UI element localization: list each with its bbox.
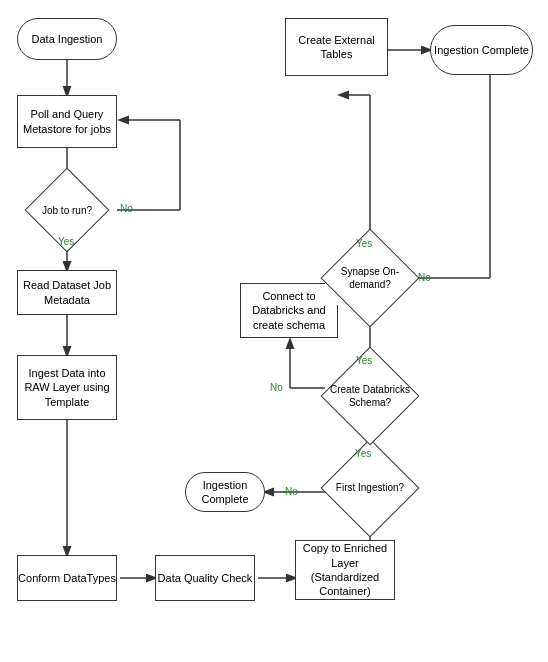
connect-databricks-node: Connect to Databricks and create schema: [240, 283, 338, 338]
db-yes-label: Yes: [356, 355, 372, 366]
create-databricks-node: Create Databricks Schema?: [325, 368, 415, 423]
ingestion-complete-top-node: Ingestion Complete: [430, 25, 533, 75]
synapse-no-label: No: [418, 272, 431, 283]
job-yes-label: Yes: [58, 236, 74, 247]
poll-query-node: Poll and Query Metastore for jobs: [17, 95, 117, 148]
first-ingestion-node: First Ingestion?: [325, 460, 415, 515]
read-dataset-node: Read Dataset Job Metadata: [17, 270, 117, 315]
ingestion-complete-mid-node: Ingestion Complete: [185, 472, 265, 512]
first-no-label: No: [285, 486, 298, 497]
copy-enriched-node: Copy to Enriched Layer (Standardized Con…: [295, 540, 395, 600]
db-no-label: No: [270, 382, 283, 393]
conform-datatypes-node: Conform DataTypes: [17, 555, 117, 601]
first-yes-label: Yes: [355, 448, 371, 459]
ingest-data-node: Ingest Data into RAW Layer using Templat…: [17, 355, 117, 420]
create-external-node: Create External Tables: [285, 18, 388, 76]
synapse-yes-label: Yes: [356, 238, 372, 249]
data-ingestion-node: Data Ingestion: [17, 18, 117, 60]
job-to-run-node: Job to run?: [17, 188, 117, 232]
job-no-label: No: [120, 203, 133, 214]
data-quality-node: Data Quality Check: [155, 555, 255, 601]
synapse-ondemand-node: Synapse On-demand?: [325, 250, 415, 305]
